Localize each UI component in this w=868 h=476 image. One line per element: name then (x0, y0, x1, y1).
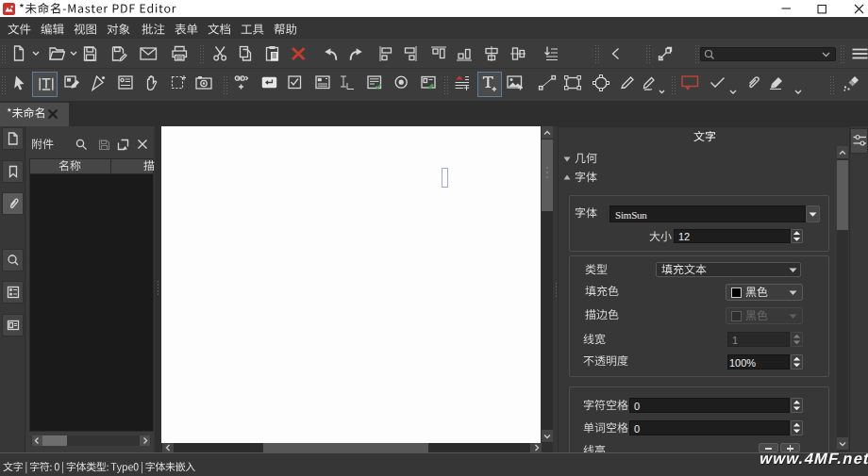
svg-text:www.4MF.net: www.4MF.net (757, 451, 868, 468)
